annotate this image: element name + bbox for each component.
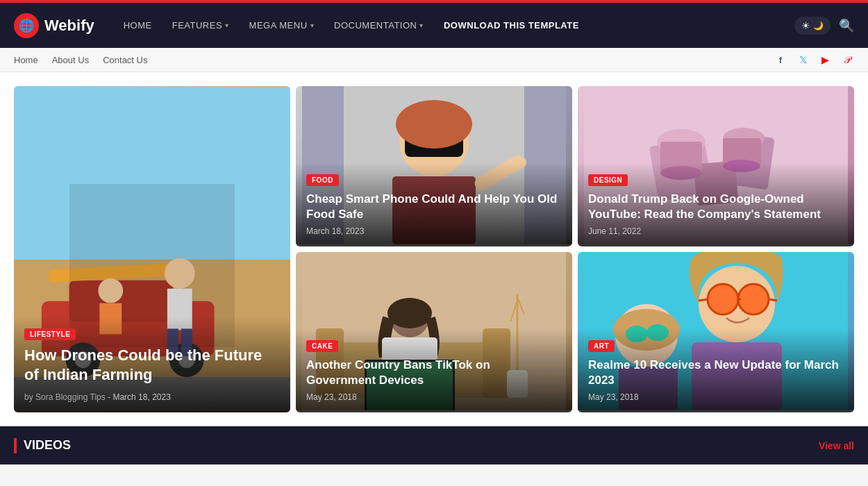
article-card-fashion[interactable]: ART Realme 10 Receives a New Update for … — [578, 252, 854, 412]
svg-line-55 — [699, 299, 708, 301]
sec-nav-contact[interactable]: Contact Us — [103, 55, 147, 65]
logo-icon: 🌐 — [14, 13, 39, 38]
search-icon: 🔍 — [839, 19, 854, 33]
fashion-article-meta: May 23, 2018 — [588, 392, 844, 402]
fashion-date: May 23, 2018 — [588, 392, 639, 402]
featured-article-meta: by Sora Blogging Tips - March 18, 2023 — [24, 392, 280, 402]
nav-home[interactable]: HOME — [115, 15, 160, 36]
svg-line-56 — [769, 299, 777, 301]
featured-category-badge: LIFESTYLE — [24, 328, 76, 340]
sec-nav-home[interactable]: Home — [14, 55, 38, 65]
vr-card-overlay: FOOD Cheap Smart Phone Could And Help Yo… — [296, 162, 572, 246]
svg-point-52 — [708, 284, 738, 315]
featured-overlay: LIFESTYLE How Drones Could be the Future… — [14, 317, 290, 412]
design-category-badge: DESIGN — [588, 174, 628, 186]
chevron-down-icon: ▾ — [310, 22, 315, 29]
videos-section-label: VIDEOS — [14, 438, 71, 453]
theme-toggle-button[interactable]: ☀ 🌙 — [794, 17, 831, 35]
youtube-icon[interactable]: ▶ — [818, 54, 832, 65]
tiktok-date: May 23, 2018 — [306, 392, 357, 402]
vr-category-badge: FOOD — [306, 174, 339, 186]
vr-date: March 18, 2023 — [306, 226, 364, 236]
tiktok-card-overlay: CAKE Another Country Bans TikTok on Gove… — [296, 328, 572, 412]
fashion-card-overlay: ART Realme 10 Receives a New Update for … — [578, 328, 854, 412]
nav-download[interactable]: DOWNLOAD THIS TEMPLATE — [435, 15, 587, 36]
logo[interactable]: 🌐 Webify — [14, 13, 94, 38]
nav-features[interactable]: FEATURES ▾ — [164, 15, 237, 36]
chevron-down-icon: ▾ — [419, 22, 424, 29]
tiktok-category-badge: CAKE — [306, 340, 338, 352]
svg-rect-8 — [49, 262, 187, 282]
nav-right-controls: ☀ 🌙 🔍 — [794, 17, 854, 35]
fashion-article-title: Realme 10 Receives a New Update for Marc… — [588, 358, 844, 388]
nav-mega-menu[interactable]: MEGA MENU ▾ — [241, 15, 322, 36]
facebook-icon[interactable]: f — [774, 55, 787, 65]
twitter-icon[interactable]: 𝕏 — [796, 54, 810, 65]
svg-point-53 — [738, 284, 769, 315]
vr-article-title: Cheap Smart Phone Could And Help You Old… — [306, 192, 562, 222]
secondary-navbar: Home About Us Contact Us f 𝕏 ▶ 𝒫 — [0, 48, 868, 72]
moon-icon: 🌙 — [813, 21, 824, 31]
nav-documentation[interactable]: DOCUMENTATION ▾ — [326, 15, 432, 36]
tiktok-article-meta: May 23, 2018 — [306, 392, 562, 402]
article-card-tiktok[interactable]: CAKE Another Country Bans TikTok on Gove… — [296, 252, 572, 412]
svg-point-13 — [98, 278, 123, 303]
svg-point-22 — [396, 100, 472, 149]
sun-icon: ☀ — [801, 20, 810, 31]
main-navbar: 🌐 Webify HOME FEATURES ▾ MEGA MENU ▾ DOC… — [0, 3, 868, 48]
svg-point-9 — [165, 258, 195, 289]
view-all-link[interactable]: View all — [819, 440, 854, 451]
sec-nav-links: Home About Us Contact Us — [14, 55, 147, 65]
search-button[interactable]: 🔍 — [839, 18, 854, 33]
svg-point-45 — [387, 298, 432, 328]
svg-rect-3 — [69, 280, 173, 322]
fashion-category-badge: ART — [588, 340, 615, 352]
featured-article-card[interactable]: LIFESTYLE How Drones Could be the Future… — [14, 86, 290, 412]
featured-author: by Sora Blogging Tips — [24, 392, 106, 402]
design-article-meta: June 11, 2022 — [588, 226, 844, 236]
article-card-vr[interactable]: FOOD Cheap Smart Phone Could And Help Yo… — [296, 86, 572, 246]
featured-date: March 18, 2023 — [112, 392, 170, 402]
logo-text: Webify — [44, 17, 94, 35]
social-icons-bar: f 𝕏 ▶ 𝒫 — [774, 54, 854, 66]
nav-links: HOME FEATURES ▾ MEGA MENU ▾ DOCUMENTATIO… — [115, 15, 774, 36]
design-date: June 11, 2022 — [588, 226, 641, 236]
tiktok-article-title: Another Country Bans TikTok on Governmen… — [306, 358, 562, 388]
design-article-title: Donald Trump Back on Google-Owned YouTub… — [588, 192, 844, 222]
bottom-bar: VIDEOS View all — [0, 426, 868, 464]
articles-grid: LIFESTYLE How Drones Could be the Future… — [14, 86, 854, 412]
sec-nav-about[interactable]: About Us — [52, 55, 89, 65]
svg-rect-0 — [14, 87, 290, 260]
main-content: LIFESTYLE How Drones Could be the Future… — [0, 72, 868, 426]
article-card-design[interactable]: DESIGN Donald Trump Back on Google-Owned… — [578, 86, 854, 246]
design-card-overlay: DESIGN Donald Trump Back on Google-Owned… — [578, 162, 854, 246]
vr-article-meta: March 18, 2023 — [306, 226, 562, 236]
featured-article-title: How Drones Could be the Future of Indian… — [24, 346, 280, 385]
chevron-down-icon: ▾ — [225, 22, 229, 29]
pinterest-icon[interactable]: 𝒫 — [840, 54, 854, 66]
